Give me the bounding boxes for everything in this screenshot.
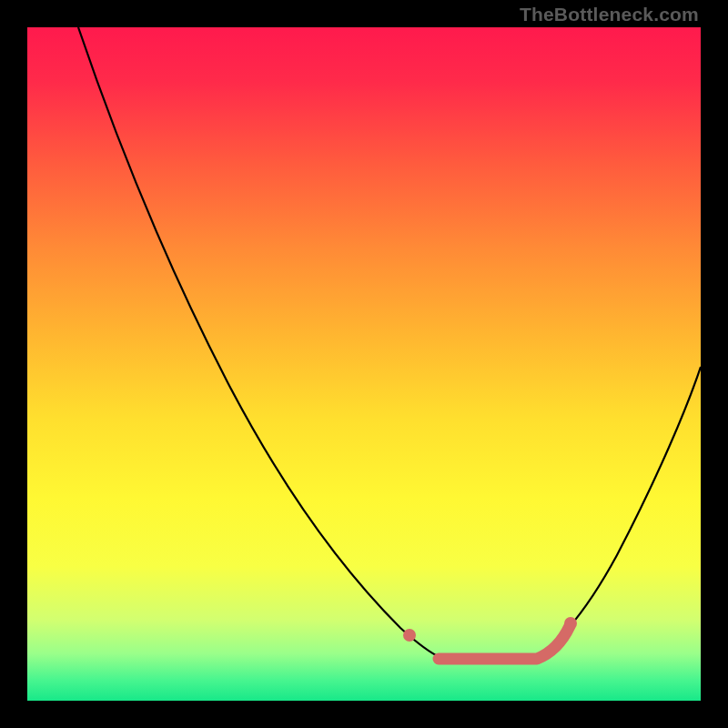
optimal-range-marker (439, 626, 570, 659)
chart-frame: TheBottleneck.com (0, 0, 728, 728)
watermark-text: TheBottleneck.com (520, 4, 699, 25)
marker-dot-left (403, 629, 416, 642)
plot-area (27, 27, 701, 701)
curve-right-branch (532, 367, 701, 658)
bottleneck-curve (27, 27, 701, 701)
marker-dot-right (564, 617, 577, 630)
curve-left-branch (78, 27, 441, 658)
